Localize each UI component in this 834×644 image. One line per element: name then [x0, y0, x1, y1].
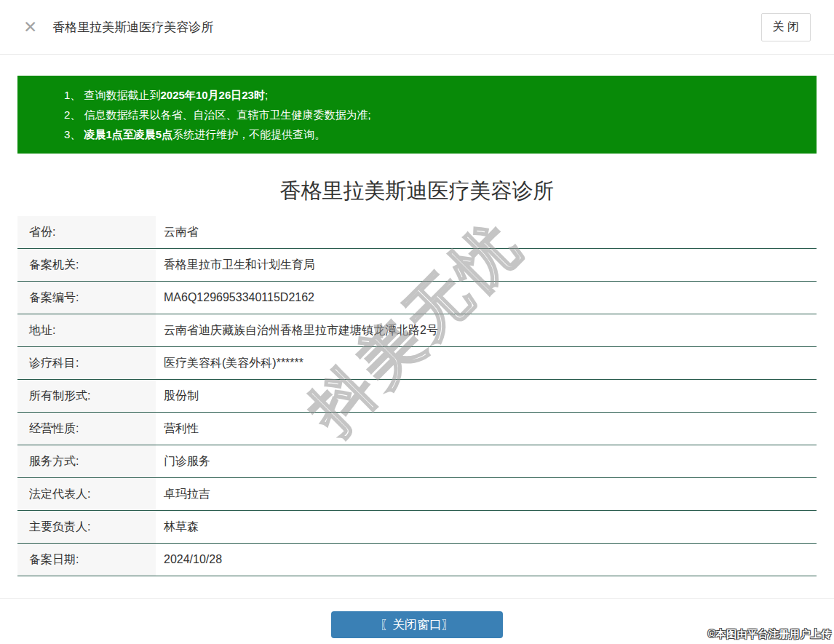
- close-button[interactable]: 关 闭: [761, 13, 811, 41]
- table-row: 服务方式:门诊服务: [17, 445, 817, 478]
- info-table: 省份:云南省备案机关:香格里拉市卫生和计划生育局备案编号:MA6Q1296953…: [17, 216, 817, 576]
- copyright-watermark: ©本图由平台注册用户上传: [708, 628, 832, 641]
- row-label: 地址:: [17, 314, 156, 346]
- row-value: 门诊服务: [156, 445, 817, 477]
- window-title: 香格里拉美斯迪医疗美容诊所: [52, 19, 213, 36]
- table-row: 诊疗科目:医疗美容科(美容外科)******: [17, 347, 817, 380]
- row-value: 云南省迪庆藏族自治州香格里拉市建塘镇龙潭北路2号: [156, 314, 817, 346]
- table-row: 备案机关:香格里拉市卫生和计划生育局: [17, 249, 817, 282]
- notice-line: 1、 查询数据截止到2025年10月26日23时;: [64, 85, 802, 105]
- notice-line: 2、 信息数据结果以各省、自治区、直辖市卫生健康委数据为准;: [64, 105, 802, 124]
- row-value: 香格里拉市卫生和计划生育局: [156, 249, 817, 281]
- row-label: 经营性质:: [17, 413, 156, 445]
- close-icon[interactable]: ✕: [23, 19, 37, 36]
- page-title: 香格里拉美斯迪医疗美容诊所: [0, 177, 834, 206]
- row-label: 主要负责人:: [17, 511, 156, 543]
- row-value: 股份制: [156, 380, 817, 412]
- row-label: 所有制形式:: [17, 380, 156, 412]
- row-label: 备案编号:: [17, 282, 156, 314]
- bottom-divider: [0, 598, 834, 599]
- row-value: 营利性: [156, 413, 817, 445]
- table-row: 法定代表人:卓玛拉吉: [17, 478, 817, 511]
- table-row: 备案日期:2024/10/28: [17, 544, 817, 576]
- table-row: 主要负责人:林草森: [17, 511, 817, 544]
- row-label: 诊疗科目:: [17, 347, 156, 379]
- row-label: 备案日期:: [17, 544, 156, 576]
- row-label: 备案机关:: [17, 249, 156, 281]
- table-row: 省份:云南省: [17, 216, 817, 249]
- notice-line: 3、 凌晨1点至凌晨5点系统进行维护，不能提供查询。: [64, 124, 802, 144]
- row-value: 卓玛拉吉: [156, 478, 817, 510]
- table-row: 地址:云南省迪庆藏族自治州香格里拉市建塘镇龙潭北路2号: [17, 314, 817, 347]
- table-row: 所有制形式:股份制: [17, 380, 817, 413]
- notice-list: 1、 查询数据截止到2025年10月26日23时;2、 信息数据结果以各省、自治…: [64, 85, 802, 144]
- row-value: 2024/10/28: [156, 544, 817, 576]
- table-row: 备案编号:MA6Q1296953340115D2162: [17, 282, 817, 314]
- row-value: 云南省: [156, 216, 817, 248]
- close-window-button[interactable]: 〖关闭窗口〗: [331, 611, 503, 638]
- row-label: 法定代表人:: [17, 478, 156, 510]
- table-row: 经营性质:营利性: [17, 413, 817, 445]
- row-label: 省份:: [17, 216, 156, 248]
- row-label: 服务方式:: [17, 445, 156, 477]
- row-value: MA6Q1296953340115D2162: [156, 282, 817, 314]
- row-value: 医疗美容科(美容外科)******: [156, 347, 817, 379]
- row-value: 林草森: [156, 511, 817, 543]
- notice-banner: 1、 查询数据截止到2025年10月26日23时;2、 信息数据结果以各省、自治…: [17, 76, 817, 154]
- top-bar: ✕ 香格里拉美斯迪医疗美容诊所 关 闭: [0, 0, 834, 55]
